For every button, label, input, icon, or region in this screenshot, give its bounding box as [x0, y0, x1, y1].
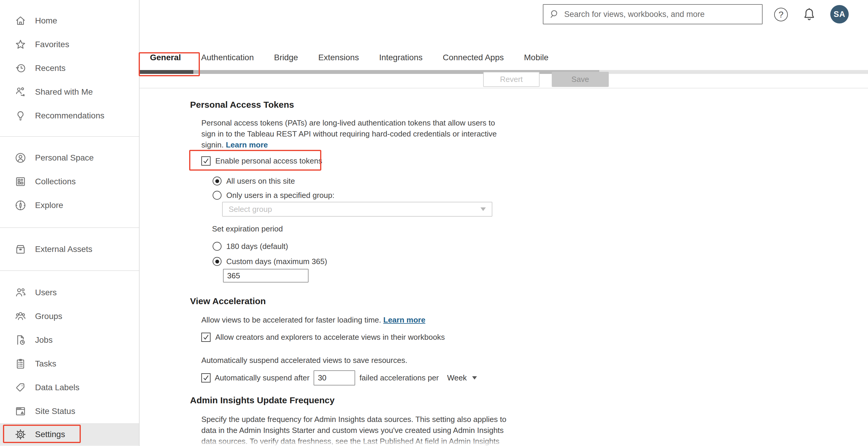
sidebar-item-personal-space[interactable]: Personal Space [0, 146, 139, 170]
sidebar-item-label: Tasks [35, 359, 56, 369]
search-input[interactable] [564, 10, 762, 19]
pat-section-title: Personal Access Tokens [190, 100, 294, 110]
suspend-period-value: Week [447, 372, 467, 383]
sidebar-item-recommendations[interactable]: Recommendations [0, 104, 139, 128]
sidebar-item-label: Data Labels [35, 383, 79, 392]
sidebar-item-collections[interactable]: Collections [0, 170, 139, 194]
sidebar-item-data-labels[interactable]: Data Labels [0, 376, 139, 400]
sidebar-item-label: Recents [35, 64, 66, 73]
enable-pat-row: Enable personal access tokens [202, 157, 322, 166]
star-icon [14, 38, 27, 51]
sidebar-item-label: Site Status [35, 407, 75, 416]
sidebar-item-label: Users [35, 288, 57, 297]
sidebar-item-jobs[interactable]: Jobs [0, 328, 139, 352]
expiration-180-radio[interactable] [213, 242, 221, 251]
help-button[interactable]: ? [774, 8, 788, 21]
tab-connected-apps[interactable]: Connected Apps [443, 53, 504, 62]
all-users-label: All users on this site [226, 176, 295, 187]
tab-integrations[interactable]: Integrations [379, 53, 423, 62]
help-glyph: ? [779, 9, 784, 20]
check-icon [203, 158, 209, 164]
specified-group-radio[interactable] [213, 191, 221, 200]
view-acceleration-section-title: View Acceleration [190, 296, 266, 306]
sidebar-item-label: Personal Space [35, 153, 94, 163]
sidebar: Home Favorites Recents Shared with Me Re… [0, 0, 140, 446]
admin-insights-description: Specify the update frequency for Admin I… [202, 414, 506, 446]
all-users-radio[interactable] [213, 177, 221, 185]
sidebar-item-label: Jobs [35, 335, 53, 345]
sidebar-item-label: Groups [35, 312, 62, 321]
tab-authentication[interactable]: Authentication [201, 53, 254, 62]
sidebar-item-label: Favorites [35, 40, 69, 49]
view-acceleration-learn-more-link[interactable]: Learn more [383, 315, 426, 324]
header-divider [140, 88, 868, 89]
pat-description: Personal access tokens (PATs) are long-l… [202, 117, 497, 150]
allow-acceleration-row: Allow creators and explorers to accelera… [202, 333, 445, 342]
sidebar-divider [0, 227, 139, 228]
tab-bridge[interactable]: Bridge [274, 53, 298, 62]
view-acceleration-description: Allow views to be accelerated for faster… [202, 314, 425, 325]
sidebar-item-recents[interactable]: Recents [0, 56, 139, 80]
groups-icon [14, 310, 27, 322]
sidebar-item-label: Recommendations [35, 111, 104, 121]
sidebar-item-external-assets[interactable]: External Assets [0, 237, 139, 261]
sidebar-item-groups[interactable]: Groups [0, 304, 139, 328]
sidebar-item-label: Home [35, 16, 57, 26]
auto-suspend-row: Automatically suspend after failed accel… [202, 370, 477, 386]
sidebar-divider [0, 136, 139, 137]
auto-suspend-checkbox[interactable] [202, 373, 211, 382]
tab-extensions[interactable]: Extensions [318, 53, 359, 62]
select-group-placeholder: Select group [229, 205, 272, 214]
sidebar-item-settings[interactable]: Settings [0, 423, 139, 446]
auto-suspend-label-before: Automatically suspend after [215, 372, 309, 383]
collections-icon [14, 175, 27, 188]
sidebar-item-label: Shared with Me [35, 87, 93, 97]
tasks-icon [14, 357, 27, 370]
custom-days-input[interactable] [223, 269, 309, 282]
check-icon [203, 334, 209, 341]
sidebar-item-favorites[interactable]: Favorites [0, 33, 139, 56]
allow-acceleration-label: Allow creators and explorers to accelera… [215, 332, 445, 343]
avatar[interactable]: SA [830, 5, 849, 24]
tag-icon [14, 381, 27, 394]
jobs-icon [14, 334, 27, 346]
sidebar-item-explore[interactable]: Explore [0, 194, 139, 217]
allow-acceleration-checkbox[interactable] [202, 333, 211, 342]
chevron-down-icon [472, 376, 477, 380]
all-users-row: All users on this site [213, 177, 295, 185]
sidebar-item-site-status[interactable]: Site Status [0, 400, 139, 423]
expiration-180-row: 180 days (default) [213, 242, 288, 251]
suspend-description: Automatically suspend accelerated views … [202, 355, 407, 366]
sidebar-item-label: Collections [35, 177, 76, 186]
revert-button[interactable]: Revert [483, 72, 539, 87]
sidebar-divider [0, 270, 139, 271]
lightbulb-icon [14, 109, 27, 122]
sidebar-item-tasks[interactable]: Tasks [0, 352, 139, 376]
recents-icon [14, 62, 27, 74]
global-search [543, 4, 763, 24]
expiration-custom-row: Custom days (maximum 365) [213, 257, 327, 266]
sidebar-item-home[interactable]: Home [0, 9, 139, 33]
expiration-custom-label: Custom days (maximum 365) [226, 256, 327, 267]
pat-learn-more-link[interactable]: Learn more [226, 140, 268, 149]
sidebar-item-users[interactable]: Users [0, 281, 139, 304]
sidebar-item-shared-with-me[interactable]: Shared with Me [0, 80, 139, 104]
expiration-custom-radio[interactable] [213, 257, 221, 266]
enable-pat-checkbox[interactable] [202, 157, 211, 166]
avatar-initials: SA [834, 10, 845, 19]
check-icon [203, 375, 209, 381]
tab-general[interactable]: General [150, 53, 181, 62]
admin-insights-section-title: Admin Insights Update Frequency [190, 395, 335, 405]
home-icon [14, 14, 27, 27]
save-button[interactable]: Save [552, 72, 609, 87]
suspend-period-dropdown[interactable]: Week [447, 372, 477, 383]
notifications-button[interactable] [802, 6, 817, 23]
sidebar-item-label: Settings [35, 430, 65, 439]
archive-box-icon [14, 243, 27, 255]
tab-mobile[interactable]: Mobile [524, 53, 548, 62]
view-acceleration-description-text: Allow views to be accelerated for faster… [202, 315, 381, 324]
failed-accelerations-input[interactable] [314, 370, 355, 385]
select-group-dropdown[interactable]: Select group [222, 202, 492, 217]
site-status-icon [14, 405, 27, 417]
users-icon [14, 286, 27, 299]
